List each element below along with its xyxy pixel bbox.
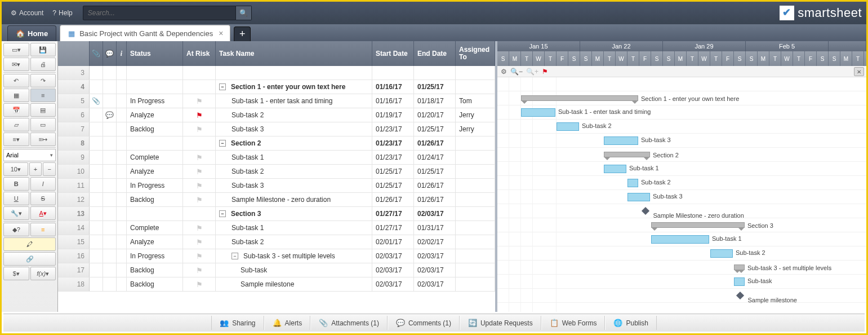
cell-assigned[interactable] <box>456 235 495 249</box>
col-comments[interactable]: 💬 <box>103 41 117 66</box>
cell-attach[interactable] <box>90 122 103 136</box>
cell-status[interactable]: In Progress <box>127 249 183 263</box>
cell-attach[interactable] <box>90 165 103 178</box>
cell-task[interactable]: Sub-task 3 <box>216 179 372 192</box>
cell-status[interactable] <box>127 66 183 80</box>
cell-comment[interactable] <box>103 277 117 291</box>
cell-risk[interactable]: ⚑ <box>183 235 216 249</box>
goto-today-icon[interactable]: ⚑ <box>542 68 548 76</box>
col-end[interactable]: End Date <box>414 41 456 66</box>
search-input[interactable] <box>83 6 236 20</box>
gantt-close-button[interactable]: ✕ <box>854 67 864 76</box>
cell-end[interactable]: 01/26/17 <box>414 136 456 150</box>
cell-end[interactable]: 02/03/17 <box>414 249 456 263</box>
grid-view-button[interactable]: ▦ <box>3 89 29 102</box>
expander-icon[interactable]: − <box>219 210 226 217</box>
cell-assigned[interactable] <box>456 263 495 277</box>
cell-assigned[interactable] <box>456 207 495 221</box>
cell-risk[interactable]: ⚑ <box>183 165 216 178</box>
cell-status[interactable]: Complete <box>127 151 183 164</box>
gantt-row[interactable]: Sub-task 3 - set multiple levels <box>497 261 866 275</box>
col-attachments[interactable]: 📎 <box>90 41 103 66</box>
gantt-task-bar[interactable]: Sub-task 1 - enter task and timing <box>521 108 555 117</box>
cell-status[interactable]: Backlog <box>127 277 183 291</box>
gantt-task-bar[interactable]: Sub-task 3 <box>627 193 650 201</box>
col-assigned[interactable]: Assigned To <box>456 41 495 66</box>
cell-status[interactable]: Backlog <box>127 263 183 277</box>
gantt-task-bar[interactable]: Sub-task 2 <box>627 179 638 187</box>
cell-task[interactable]: Sub-task 1 <box>216 221 372 235</box>
cell-task[interactable]: Sub-task 2 <box>216 165 372 178</box>
cell-risk[interactable]: ⚑ <box>183 263 216 277</box>
cell-status[interactable]: Analyze <box>127 108 183 122</box>
cell-task[interactable] <box>216 66 372 80</box>
table-row[interactable]: 9Complete⚑Sub-task 101/23/1701/24/17 <box>58 151 495 165</box>
cell-end[interactable]: 01/26/17 <box>414 193 456 206</box>
cell-risk[interactable]: ⚑ <box>183 221 216 235</box>
cell-comment[interactable] <box>103 94 117 108</box>
cell-end[interactable]: 02/03/17 <box>414 263 456 277</box>
link-button[interactable]: 🔗 <box>3 252 56 266</box>
table-row[interactable]: 11In Progress⚑Sub-task 301/25/1701/26/17 <box>58 179 495 193</box>
gantt-task-bar[interactable]: Sub-task <box>734 277 745 286</box>
cell-status[interactable]: Analyze <box>127 235 183 249</box>
sheet-menu-button[interactable]: ▭▾ <box>3 43 29 56</box>
cell-start[interactable]: 01/26/17 <box>372 193 414 206</box>
gantt-task-bar[interactable]: Sub-task 1 <box>604 165 626 173</box>
text-color-button[interactable]: A▾ <box>30 206 56 220</box>
expander-icon[interactable]: − <box>219 140 226 147</box>
cell-attach[interactable] <box>90 277 103 291</box>
cell-task[interactable]: Sample Milestone - zero duration <box>216 193 372 206</box>
cell-risk[interactable]: ⚑ <box>183 193 216 206</box>
table-row[interactable]: 8−Section 201/23/1701/26/17 <box>58 136 495 151</box>
gantt-row[interactable]: Section 3 <box>497 218 866 232</box>
highlight-tool-button[interactable]: 🖍 <box>3 237 56 251</box>
cell-risk[interactable] <box>183 66 216 80</box>
fontsize-down-button[interactable]: − <box>43 162 56 176</box>
cell-comment[interactable] <box>103 122 117 136</box>
cell-attach[interactable] <box>90 136 103 150</box>
filter-button[interactable]: ▱ <box>3 118 29 131</box>
publish-button[interactable]: 🌐Publish <box>605 316 656 330</box>
gantt-row[interactable]: Sub-task 3 <box>497 190 866 204</box>
cell-comment[interactable] <box>103 193 117 206</box>
table-row[interactable]: 18Backlog⚑Sample milestone02/03/1702/03/… <box>58 277 495 292</box>
table-row[interactable]: 4−Section 1 - enter your own text here01… <box>58 80 495 94</box>
gantt-summary-bar[interactable]: Sub-task 3 - set multiple levels <box>734 265 745 270</box>
card-view-button[interactable]: ▤ <box>30 103 56 117</box>
cell-attach[interactable] <box>90 193 103 206</box>
save-button[interactable]: 💾 <box>30 43 56 56</box>
cell-attach[interactable]: 📎 <box>90 94 103 108</box>
cell-comment[interactable] <box>103 151 117 164</box>
cell-attach[interactable] <box>90 151 103 164</box>
cell-attach[interactable] <box>90 179 103 192</box>
update-requests-button[interactable]: 🔄Update Requests <box>460 316 541 330</box>
cell-end[interactable]: 02/03/17 <box>414 207 456 221</box>
cell-task[interactable]: Sub-task 3 <box>216 122 372 136</box>
table-row[interactable]: 3 <box>58 66 495 80</box>
cell-start[interactable]: 02/01/17 <box>372 235 414 249</box>
cell-end[interactable]: 01/20/17 <box>414 108 456 122</box>
col-start[interactable]: Start Date <box>372 41 414 66</box>
cell-task[interactable]: Sub-task 2 <box>216 235 372 249</box>
gantt-row[interactable]: Sub-task 2 <box>497 176 866 190</box>
cell-comment[interactable] <box>103 249 117 263</box>
cell-comment[interactable] <box>103 136 117 150</box>
gantt-settings-icon[interactable]: ⚙ <box>501 68 507 76</box>
cell-risk[interactable] <box>183 136 216 150</box>
cell-start[interactable]: 01/16/17 <box>372 94 414 108</box>
cell-comment[interactable] <box>103 263 117 277</box>
cell-end[interactable]: 01/31/17 <box>414 221 456 235</box>
tab-new[interactable]: + <box>234 27 251 41</box>
font-select[interactable]: Arial <box>3 149 56 161</box>
indent-button[interactable]: ≡↦ <box>30 133 56 146</box>
search-button[interactable]: 🔍 <box>236 6 252 20</box>
cell-status[interactable]: Complete <box>127 221 183 235</box>
cell-comment[interactable]: 💬 <box>103 108 117 122</box>
cell-status[interactable]: Backlog <box>127 122 183 136</box>
cell-assigned[interactable] <box>456 136 495 150</box>
cell-risk[interactable] <box>183 207 216 221</box>
gantt-task-bar[interactable]: Sub-task 1 <box>651 235 709 244</box>
gantt-milestone[interactable]: Sample Milestone - zero duration <box>641 207 649 215</box>
cell-comment[interactable] <box>103 66 117 80</box>
